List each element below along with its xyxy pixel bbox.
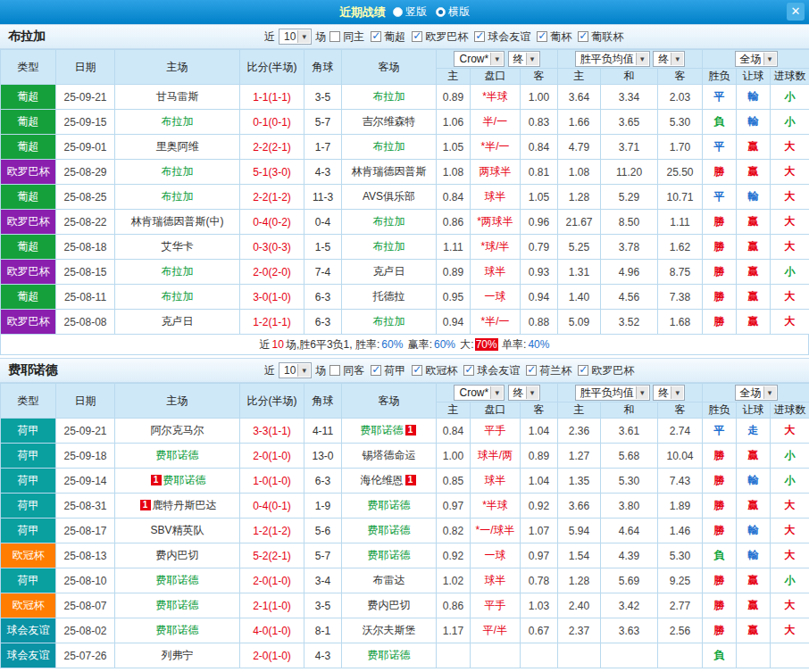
team-link[interactable]: 费耶诺德	[361, 424, 404, 436]
team-link[interactable]: 鹿特丹斯巴达	[153, 499, 217, 511]
match-score: 5-2(2-1)	[240, 543, 304, 568]
team-link[interactable]: 林肯瑞德因普斯	[352, 165, 427, 178]
goals-badge: 小	[771, 85, 809, 110]
radio-icon[interactable]	[393, 7, 403, 17]
checkbox-icon[interactable]	[578, 365, 588, 376]
league-filter-checkbox[interactable]: 球会友谊	[474, 29, 530, 45]
league-filter-checkbox[interactable]: 欧冠杯	[412, 363, 457, 378]
league-filter-checkbox[interactable]: 同客	[329, 363, 364, 378]
games-count-select[interactable]: 10	[279, 362, 312, 378]
team-link[interactable]: 布拉加	[373, 240, 405, 253]
team-link[interactable]: 布雷达	[373, 574, 405, 586]
team-link[interactable]: 艾华卡	[162, 240, 194, 253]
goals-badge: 大	[771, 235, 809, 260]
team-link[interactable]: 费耶诺德	[368, 499, 411, 511]
checkbox-icon[interactable]	[412, 365, 422, 376]
team-link[interactable]: 列弗宁	[162, 649, 194, 661]
asian-handicap: *两球半	[471, 210, 521, 235]
team-link[interactable]: 沃尔夫斯堡	[363, 624, 416, 636]
team-link[interactable]: 布拉加	[373, 90, 405, 103]
asian-odds-home: 0.89	[437, 260, 471, 285]
team-link[interactable]: 布拉加	[373, 215, 405, 228]
league-filter-checkbox[interactable]: 球会友谊	[463, 363, 520, 378]
team-link[interactable]: 布拉加	[373, 315, 405, 328]
checkbox-icon[interactable]	[329, 365, 340, 376]
team-link[interactable]: 布拉加	[162, 265, 194, 278]
team-link[interactable]: 海伦维恩	[361, 474, 404, 486]
team-link[interactable]: 费耶诺德	[156, 599, 199, 611]
scope-select[interactable]: 全场	[735, 51, 778, 67]
odds-time-select[interactable]: 终	[508, 385, 540, 401]
team-link[interactable]: 托德拉	[373, 290, 405, 303]
team-link[interactable]: AVS俱乐部	[363, 190, 415, 203]
checkbox-icon[interactable]	[371, 365, 381, 376]
team-link[interactable]: 费耶诺德	[156, 574, 199, 586]
team-link[interactable]: 克卢日	[162, 315, 194, 328]
team-link[interactable]: 布拉加	[162, 165, 194, 178]
checkbox-label: 同客	[343, 363, 364, 378]
team-link[interactable]: 锡塔德命运	[363, 449, 416, 461]
team-link[interactable]: 费耶诺德	[163, 474, 206, 486]
team-link[interactable]: 林肯瑞德因普斯(中)	[131, 215, 224, 228]
euro-odds-home: 1.54	[558, 543, 601, 568]
games-count-select[interactable]: 10	[279, 29, 312, 45]
layout-radio[interactable]: 横版	[436, 4, 470, 20]
team-link[interactable]: 费耶诺德	[368, 524, 411, 536]
league-filter-checkbox[interactable]: 葡联杯	[578, 29, 623, 45]
euro-source-select[interactable]: 胜平负均值	[575, 51, 650, 67]
euro-source-select[interactable]: 胜平负均值	[575, 385, 650, 401]
league-filter-checkbox[interactable]: 葡超	[371, 29, 405, 45]
league-filter-checkbox[interactable]: 葡杯	[537, 29, 571, 45]
checkbox-icon[interactable]	[526, 365, 537, 376]
team-link[interactable]: 费耶诺德	[156, 624, 199, 636]
select-value: 终	[658, 53, 669, 65]
red-card-badge: 1	[405, 425, 416, 436]
col-euro-home: 主	[558, 69, 601, 85]
team-link[interactable]: 布拉加	[162, 190, 194, 203]
corner-count: 4-3	[304, 643, 342, 668]
close-icon[interactable]: ✕	[787, 3, 805, 21]
league-filter-checkbox[interactable]: 荷甲	[371, 363, 405, 378]
layout-radio[interactable]: 竖版	[393, 4, 427, 20]
euro-odds-draw: 5.68	[601, 444, 658, 469]
team-link[interactable]: 布拉加	[162, 115, 194, 128]
match-score: 2-2(1-2)	[240, 185, 304, 210]
team-link[interactable]: 阿尔克马尔	[151, 424, 204, 436]
euro-time-select[interactable]: 终	[653, 51, 685, 67]
checkbox-icon[interactable]	[412, 31, 422, 42]
odds-source-select[interactable]: Crow*	[454, 385, 505, 401]
col-away: 客场	[342, 50, 437, 85]
team-link[interactable]: 里奥阿维	[156, 140, 199, 153]
checkbox-icon[interactable]	[578, 31, 588, 42]
league-badge: 荷甲	[1, 519, 56, 543]
team-link[interactable]: 费内巴切	[156, 549, 199, 561]
team-link[interactable]: 吉尔维森特	[363, 115, 416, 128]
team-link[interactable]: 费耶诺德	[156, 449, 199, 461]
team-link[interactable]: 甘马雷斯	[156, 90, 199, 103]
euro-time-select[interactable]: 终	[653, 385, 685, 401]
league-filter-checkbox[interactable]: 欧罗巴杯	[412, 29, 468, 45]
team-link[interactable]: 费内巴切	[368, 599, 411, 611]
away-team-cell: 布拉加	[342, 135, 437, 160]
checkbox-icon[interactable]	[537, 31, 547, 42]
team-link[interactable]: 费耶诺德	[368, 549, 411, 561]
euro-odds-draw: 3.71	[601, 135, 658, 160]
goals-badge: 大	[771, 160, 809, 185]
team-link[interactable]: 克卢日	[373, 265, 405, 278]
corner-count: 8-1	[304, 618, 342, 643]
team-link[interactable]: 布拉加	[373, 140, 405, 153]
league-filter-checkbox[interactable]: 同主	[329, 29, 364, 45]
checkbox-icon[interactable]	[329, 31, 340, 42]
league-filter-checkbox[interactable]: 欧罗巴杯	[578, 363, 634, 378]
league-filter-checkbox[interactable]: 荷兰杯	[526, 363, 571, 378]
odds-time-select[interactable]: 终	[508, 51, 540, 67]
scope-select[interactable]: 全场	[735, 385, 778, 401]
odds-source-select[interactable]: Crow*	[454, 51, 505, 67]
radio-icon[interactable]	[436, 7, 446, 17]
team-link[interactable]: SBV精英队	[150, 524, 204, 536]
checkbox-icon[interactable]	[474, 31, 485, 42]
checkbox-icon[interactable]	[463, 365, 474, 376]
team-link[interactable]: 费耶诺德	[368, 649, 411, 661]
checkbox-icon[interactable]	[371, 31, 381, 42]
team-link[interactable]: 布拉加	[162, 290, 194, 303]
